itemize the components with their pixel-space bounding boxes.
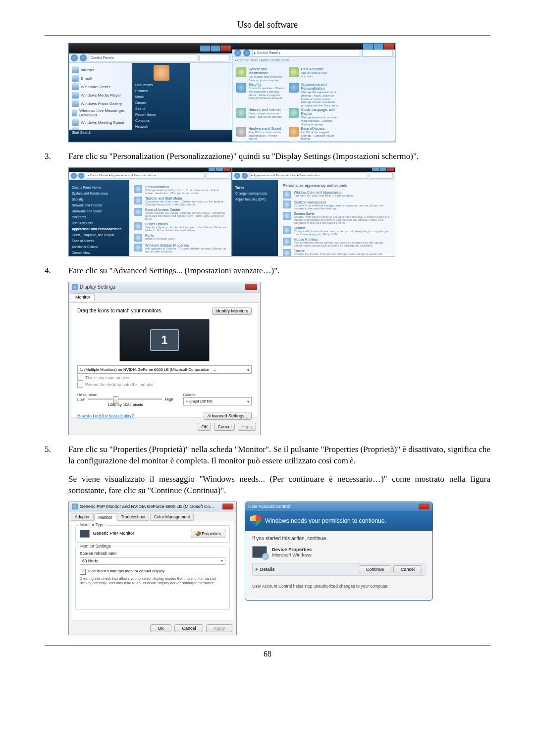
close-icon — [221, 46, 231, 51]
cp-category: Network and Internet — [249, 108, 286, 112]
cp-category: User Accounts — [301, 67, 338, 71]
maximize-icon — [374, 44, 383, 50]
side-item: System and Maintenance — [72, 192, 126, 195]
programs-icon — [236, 142, 246, 142]
tab-monitor[interactable]: Monitor — [94, 513, 116, 521]
shield-icon — [250, 515, 261, 527]
advanced-settings-button[interactable]: Advanced Settings... — [204, 412, 252, 420]
start-item: Windows Photo Gallery — [81, 101, 122, 106]
checkbox-label: This is my main monitor — [85, 375, 130, 380]
start-right-item: Games — [135, 101, 187, 104]
forward-icon — [80, 54, 87, 61]
hardware-icon — [236, 127, 246, 137]
link-title: Personalization — [145, 185, 226, 189]
cp-category: Hardware and Sound — [249, 127, 286, 131]
start-right-item: Network — [135, 125, 187, 128]
link-title: Theme — [294, 249, 390, 252]
sidebar-icon — [134, 244, 142, 252]
taskbar-icon — [134, 197, 142, 204]
chevron-down-icon[interactable] — [256, 567, 258, 571]
monitor-select[interactable]: 1. (Multiple Monitors) on NVIDIA GeForce… — [77, 365, 252, 374]
page-header: Uso del software — [45, 20, 490, 30]
cancel-button[interactable]: Cancel — [214, 423, 235, 431]
side-item: Hardware and Sound — [72, 209, 126, 213]
drag-hint: Drag the icons to match your monitors. — [77, 308, 162, 313]
tab-monitor[interactable]: Monitor — [71, 293, 95, 301]
properties-button[interactable]: Properties — [191, 530, 225, 538]
checkbox-hide-modes[interactable]: ✓ — [80, 569, 86, 575]
resolution-slider[interactable] — [88, 399, 162, 400]
dialog-title: Generic PnP Monitor and NVIDIA GeForce 6… — [80, 504, 214, 509]
close-icon — [387, 168, 394, 171]
details-label[interactable]: Details — [260, 567, 275, 572]
ease-icon — [134, 208, 142, 216]
start-right-item: Computer — [135, 119, 187, 122]
forward-icon — [243, 50, 250, 56]
close-icon[interactable] — [245, 284, 257, 290]
help-link[interactable]: How do I get the best display? — [77, 413, 134, 418]
address-bar: ▸ Control Panel ▸ — [252, 50, 361, 56]
monitor-thumb[interactable]: 1 — [150, 329, 179, 351]
checkbox-extend-desktop — [77, 382, 83, 388]
slider-high: High — [165, 397, 173, 402]
media-icon — [72, 92, 79, 99]
side-item: Ease of Access — [72, 239, 126, 243]
uac-headline: Windows needs your permission to contion… — [265, 517, 386, 524]
link-title: Desktop Background — [294, 201, 390, 204]
maximize-icon — [211, 46, 220, 51]
close-icon[interactable] — [419, 504, 429, 509]
cp-category: Programs — [249, 142, 286, 142]
side-item: Additional Options — [72, 245, 126, 249]
messenger-icon — [72, 109, 77, 116]
forward-icon — [242, 173, 248, 179]
display-icon — [72, 504, 78, 509]
tab-color-mgmt[interactable]: Color Management — [150, 513, 194, 521]
slider-low: Low — [77, 397, 85, 402]
start-item: Windows Media Player — [81, 93, 121, 98]
sounds-icon — [283, 226, 291, 234]
globe-icon — [72, 66, 79, 73]
identify-button[interactable]: Identify Monitors — [212, 307, 252, 315]
appearance-icon — [289, 83, 299, 93]
screenshot-display-settings: Display Settings Monitor Drag the icons … — [68, 282, 261, 435]
apply-button: Apply — [206, 624, 232, 632]
address-bar: ▸ Appearance and Personalization ▸ Perso… — [249, 172, 368, 179]
step-text: Fare clic su "Advanced Settings... (Impo… — [68, 265, 490, 277]
close-icon[interactable] — [222, 504, 233, 509]
address-bar: Control Panel ▸ — [89, 54, 197, 61]
network-icon — [236, 108, 246, 118]
cancel-button[interactable]: Cancel — [393, 565, 422, 573]
colors-label: Colors: — [183, 393, 252, 397]
side-item: User Accounts — [72, 221, 126, 225]
back-icon — [71, 54, 78, 61]
step-text: Fare clic su "Personalization (Personali… — [68, 151, 490, 162]
step-number: 3. — [45, 151, 68, 162]
back-icon — [71, 173, 77, 179]
device-icon — [252, 546, 267, 558]
mail-icon — [72, 75, 79, 82]
start-item: Welcome Center — [81, 85, 110, 89]
tab-troubleshoot[interactable]: Troubleshoot — [117, 513, 149, 521]
forward-icon — [78, 173, 84, 179]
continue-button[interactable]: Continue — [359, 565, 391, 573]
start-right-item: Search — [135, 107, 187, 110]
refresh-rate-select[interactable]: 60 Hertz — [80, 557, 225, 565]
ok-button[interactable]: OK — [150, 624, 171, 632]
screensaver-icon — [283, 212, 291, 220]
tab-adapter[interactable]: Adapter — [71, 513, 94, 521]
ok-button[interactable]: OK — [198, 423, 211, 431]
start-right-item: Documents — [135, 83, 187, 87]
users-icon — [289, 67, 299, 77]
link-title: Sounds — [294, 226, 390, 230]
resolution-value: 1280 by 1024 pixels — [77, 403, 173, 407]
uac-dialog: User Account Control Windows needs your … — [245, 502, 433, 601]
clock-icon — [289, 108, 299, 118]
side-item: Classic View — [72, 251, 126, 254]
footer-rule — [45, 645, 490, 646]
cp-category: System and Maintenance — [249, 67, 286, 75]
colors-select[interactable]: Highest (32 bit) — [183, 397, 252, 405]
personalization-icon — [134, 185, 142, 193]
apply-button: Apply — [238, 423, 256, 431]
cancel-button[interactable]: Cancel — [174, 624, 203, 632]
security-icon — [236, 83, 246, 93]
